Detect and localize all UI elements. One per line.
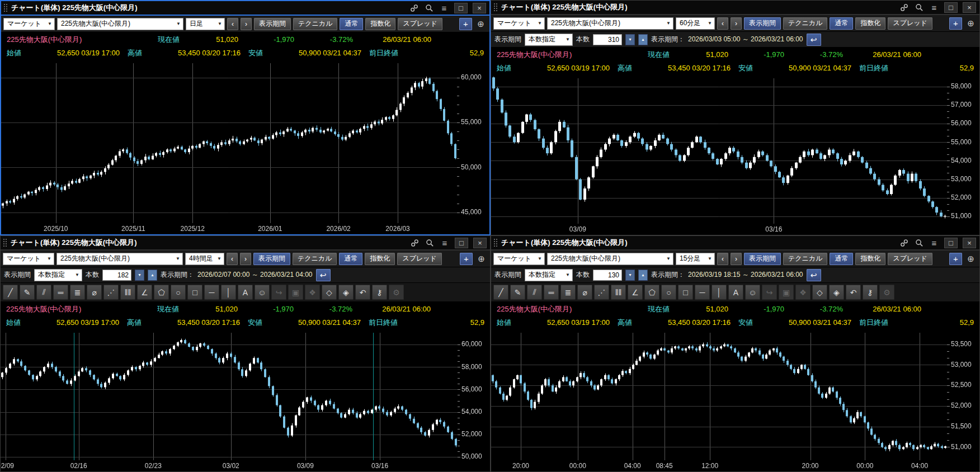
count-decrement-button[interactable]: ▾ bbox=[625, 34, 635, 45]
pentagon-tool-icon[interactable]: ⬠ bbox=[644, 285, 659, 300]
horizontal-bar-tool-icon[interactable]: ─ bbox=[695, 285, 710, 300]
scroll-right-button[interactable]: › bbox=[731, 17, 742, 30]
timeframe-select[interactable]: 60分足▼ bbox=[676, 17, 715, 30]
bar-count-input[interactable]: 182 bbox=[102, 270, 131, 281]
apply-period-button[interactable]: ↩ bbox=[316, 269, 331, 281]
scroll-left-button[interactable]: ‹ bbox=[227, 253, 238, 265]
zoom-in-icon[interactable]: ⊕ bbox=[475, 253, 488, 265]
indexed-mode-button[interactable]: 指数化 bbox=[855, 253, 885, 265]
drag-grip[interactable] bbox=[3, 238, 8, 247]
fibonacci-arc-tool-icon[interactable]: ⌀ bbox=[577, 285, 592, 300]
horizontal-bar-tool-icon[interactable]: ─ bbox=[204, 285, 219, 300]
count-increment-button[interactable]: ▴ bbox=[148, 270, 157, 281]
link-icon[interactable] bbox=[899, 2, 909, 12]
bar-count-input[interactable]: 130 bbox=[593, 270, 622, 281]
instrument-select[interactable]: 225先物大阪(中心限月)▼ bbox=[56, 253, 183, 265]
circle-tool-icon[interactable]: ○ bbox=[171, 285, 186, 300]
search-icon[interactable] bbox=[914, 2, 924, 12]
timeframe-select[interactable]: 4時間足▼ bbox=[185, 253, 224, 265]
apply-period-button[interactable]: ↩ bbox=[807, 34, 821, 46]
window-titlebar[interactable]: チャート(単体) 225先物大阪(中心限月) ≡ □ × bbox=[1, 1, 489, 16]
normal-mode-button[interactable]: 通常 bbox=[339, 253, 362, 265]
timeframe-select[interactable]: 15分足▼ bbox=[676, 253, 715, 265]
scroll-right-button[interactable]: › bbox=[240, 253, 251, 265]
maximize-icon[interactable]: □ bbox=[944, 2, 958, 13]
undo-drawing-tool-icon[interactable]: ↶ bbox=[355, 285, 370, 300]
multi-horizontal-lines-tool-icon[interactable]: ≣ bbox=[560, 285, 576, 300]
period-button[interactable]: 表示期間 bbox=[744, 253, 781, 265]
lock-drawing-tool-icon[interactable]: ⚷ bbox=[372, 285, 387, 300]
period-button[interactable]: 表示期間 bbox=[744, 17, 781, 30]
maximize-icon[interactable]: □ bbox=[455, 238, 468, 248]
technical-button[interactable]: テクニカル bbox=[783, 17, 827, 30]
eraser-tool-icon[interactable]: ◇ bbox=[812, 285, 827, 300]
vertical-bar-tool-icon[interactable]: │ bbox=[221, 285, 236, 300]
close-icon[interactable]: × bbox=[473, 3, 486, 13]
indexed-mode-button[interactable]: 指数化 bbox=[365, 18, 395, 30]
undo-drawing-tool-icon[interactable]: ↶ bbox=[846, 285, 861, 300]
zoom-in-icon[interactable]: ⊕ bbox=[964, 17, 977, 30]
add-chart-button[interactable]: + bbox=[949, 253, 962, 265]
spread-mode-button[interactable]: スプレッド bbox=[888, 253, 932, 265]
speed-lines-tool-icon[interactable]: ∠ bbox=[628, 285, 643, 300]
candlestick-chart[interactable] bbox=[491, 74, 979, 235]
scroll-right-button[interactable]: › bbox=[731, 253, 742, 265]
market-select[interactable]: マーケット▼ bbox=[3, 18, 55, 30]
scroll-left-button[interactable]: ‹ bbox=[717, 17, 728, 30]
menu-icon[interactable]: ≡ bbox=[929, 2, 939, 12]
window-titlebar[interactable]: チャート(単体) 225先物大阪(中心限月) ≡ □ × bbox=[1, 236, 490, 251]
hatched-line-tool-icon[interactable]: ✎ bbox=[510, 285, 525, 300]
drag-grip[interactable] bbox=[493, 238, 498, 247]
maximize-icon[interactable]: □ bbox=[944, 238, 958, 248]
fan-lines-tool-icon[interactable]: ⋰ bbox=[103, 285, 119, 300]
indexed-mode-button[interactable]: 指数化 bbox=[855, 17, 885, 30]
instrument-select[interactable]: 225先物大阪(中心限月)▼ bbox=[57, 18, 183, 30]
technical-button[interactable]: テクニカル bbox=[783, 253, 827, 265]
vertical-lines-tool-icon[interactable]: ‖‖ bbox=[611, 285, 626, 300]
rectangle-tool-icon[interactable]: □ bbox=[678, 285, 693, 300]
trend-line-tool-icon[interactable]: ╱ bbox=[3, 285, 18, 300]
timeframe-select[interactable]: 日足▼ bbox=[186, 18, 225, 30]
erase-all-tool-icon[interactable]: ◈ bbox=[829, 285, 844, 300]
link-icon[interactable] bbox=[409, 238, 420, 248]
market-select[interactable]: マーケット▼ bbox=[493, 17, 545, 30]
period-mode-select[interactable]: 本数指定▼ bbox=[34, 269, 82, 281]
spread-mode-button[interactable]: スプレッド bbox=[398, 18, 442, 30]
add-chart-button[interactable]: + bbox=[460, 253, 473, 265]
technical-button[interactable]: テクニカル bbox=[293, 253, 337, 265]
period-button[interactable]: 表示期間 bbox=[254, 18, 291, 30]
vertical-lines-tool-icon[interactable]: ‖‖ bbox=[120, 285, 135, 300]
bar-count-input[interactable]: 310 bbox=[593, 34, 622, 45]
normal-mode-button[interactable]: 通常 bbox=[830, 253, 853, 265]
menu-icon[interactable]: ≡ bbox=[440, 238, 450, 248]
menu-icon[interactable]: ≡ bbox=[929, 238, 939, 248]
link-icon[interactable] bbox=[409, 3, 419, 13]
lock-drawing-tool-icon[interactable]: ⚷ bbox=[863, 285, 878, 300]
spread-mode-button[interactable]: スプレッド bbox=[888, 17, 932, 30]
close-icon[interactable]: × bbox=[473, 238, 487, 248]
circle-tool-icon[interactable]: ○ bbox=[661, 285, 676, 300]
close-icon[interactable]: × bbox=[963, 2, 976, 13]
add-chart-button[interactable]: + bbox=[459, 18, 472, 30]
period-mode-select[interactable]: 本数指定▼ bbox=[525, 269, 573, 281]
count-increment-button[interactable]: ▴ bbox=[638, 270, 648, 281]
period-button[interactable]: 表示期間 bbox=[253, 253, 290, 265]
count-decrement-button[interactable]: ▾ bbox=[135, 270, 144, 281]
candlestick-chart[interactable] bbox=[1, 59, 489, 234]
drag-grip[interactable] bbox=[3, 3, 8, 12]
maximize-icon[interactable]: □ bbox=[454, 3, 468, 13]
parallel-lines-tool-icon[interactable]: ⫽ bbox=[36, 285, 51, 300]
zoom-in-icon[interactable]: ⊕ bbox=[474, 18, 487, 30]
window-titlebar[interactable]: チャート(単体) 225先物大阪(中心限月) ≡ □ × bbox=[491, 1, 979, 15]
icon-stamp-tool-icon[interactable]: ☺ bbox=[745, 285, 760, 300]
market-select[interactable]: マーケット▼ bbox=[493, 253, 545, 265]
rectangle-tool-icon[interactable]: □ bbox=[187, 285, 202, 300]
hatched-line-tool-icon[interactable]: ✎ bbox=[20, 285, 35, 300]
multi-horizontal-lines-tool-icon[interactable]: ≣ bbox=[70, 285, 85, 300]
scroll-right-button[interactable]: › bbox=[241, 18, 252, 30]
candlestick-chart[interactable] bbox=[491, 329, 979, 471]
add-chart-button[interactable]: + bbox=[949, 17, 962, 30]
icon-stamp-tool-icon[interactable]: ☺ bbox=[255, 285, 270, 300]
search-icon[interactable] bbox=[914, 238, 924, 248]
drag-grip[interactable] bbox=[493, 3, 498, 12]
